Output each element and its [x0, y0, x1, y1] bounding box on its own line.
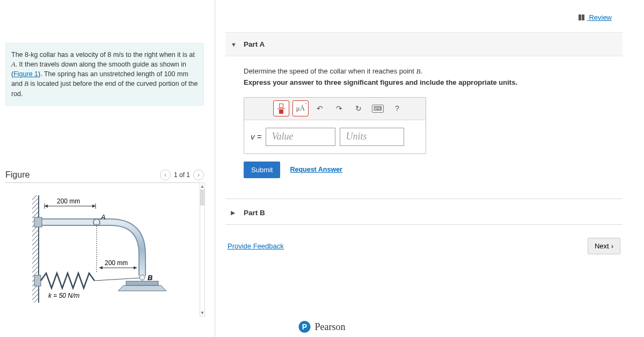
pearson-logo: P Pearson [299, 321, 346, 333]
svg-line-10 [94, 278, 140, 281]
submit-button[interactable]: Submit [244, 162, 280, 178]
expand-icon: ▶ [231, 209, 238, 216]
svg-text:k = 50 N/m: k = 50 N/m [48, 292, 79, 299]
next-button[interactable]: Next › [588, 238, 620, 254]
help-button[interactable]: ? [389, 100, 405, 116]
review-label: Review [589, 13, 612, 21]
answer-area: μÅ • ↶ ↷ ↻ ⌨ ? v = Value Units [244, 97, 426, 154]
svg-rect-9 [34, 275, 41, 286]
pearson-p-icon: P [299, 321, 311, 333]
svg-rect-1 [32, 195, 39, 303]
figure-title: Figure [5, 170, 30, 180]
figure-image: A B k = 50 N/m 200 mm [5, 183, 204, 307]
reset-button[interactable]: ↻ [350, 100, 367, 116]
units-button[interactable]: μÅ • [292, 100, 309, 116]
problem-statement: The 8-kg collar has a velocity of 8 m/s … [5, 43, 204, 106]
part-a-instructions: Determine the speed of the collar when i… [244, 66, 604, 89]
svg-text:200 mm: 200 mm [105, 259, 128, 267]
figure-link[interactable]: Figure 1 [13, 70, 38, 78]
keyboard-button[interactable]: ⌨ [370, 100, 386, 116]
figure-scrollbar[interactable]: ▲ ▼ [200, 182, 205, 317]
scroll-thumb[interactable] [200, 189, 204, 206]
chevron-right-icon: › [611, 242, 613, 250]
svg-rect-3 [34, 217, 42, 227]
redo-button[interactable]: ↷ [331, 100, 347, 116]
scroll-up-icon[interactable]: ▲ [200, 183, 204, 189]
part-a-header[interactable]: ▼ Part A [225, 32, 623, 56]
review-link[interactable]: Review [579, 13, 612, 21]
provide-feedback-link[interactable]: Provide Feedback [228, 242, 284, 250]
vertical-divider [215, 0, 215, 337]
units-input[interactable]: Units [340, 128, 404, 146]
value-input[interactable]: Value [266, 128, 335, 146]
part-b-header[interactable]: ▶ Part B [225, 199, 623, 224]
figure-counter: 1 of 1 [174, 171, 190, 179]
request-answer-link[interactable]: Request Answer [290, 166, 342, 173]
svg-point-7 [140, 275, 145, 280]
flag-icon [579, 14, 585, 22]
templates-button[interactable] [273, 100, 289, 116]
svg-rect-6 [126, 281, 158, 285]
collapse-icon: ▼ [231, 41, 238, 48]
part-b-title: Part B [244, 209, 265, 217]
svg-text:B: B [148, 274, 152, 282]
svg-text:A: A [100, 213, 106, 221]
figure-prev-button[interactable]: ‹ [160, 170, 171, 180]
scroll-down-icon[interactable]: ▼ [200, 310, 204, 316]
svg-text:200 mm: 200 mm [57, 197, 80, 205]
figure-next-button[interactable]: › [193, 170, 204, 180]
undo-button[interactable]: ↶ [312, 100, 328, 116]
part-a-title: Part A [244, 40, 265, 48]
variable-label: v = [251, 132, 261, 141]
